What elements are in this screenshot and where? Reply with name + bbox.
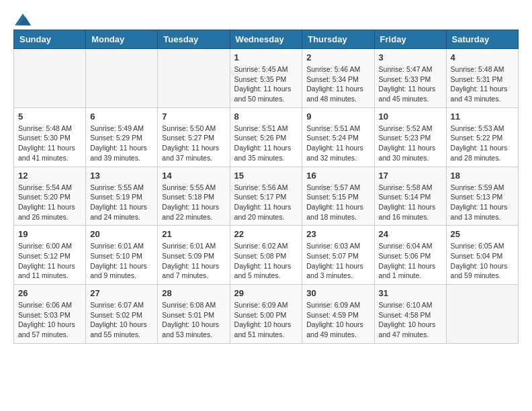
day-number: 21 <box>162 229 225 239</box>
day-number: 17 <box>379 171 442 181</box>
day-cell: 21Sunrise: 6:01 AMSunset: 5:09 PMDayligh… <box>158 226 230 285</box>
day-cell <box>86 49 158 108</box>
day-number: 14 <box>162 171 225 181</box>
day-info: Sunrise: 6:01 AMSunset: 5:10 PMDaylight:… <box>90 241 153 281</box>
day-info: Sunrise: 6:00 AMSunset: 5:12 PMDaylight:… <box>18 241 81 281</box>
day-info: Sunrise: 5:55 AMSunset: 5:18 PMDaylight:… <box>162 183 225 222</box>
day-number: 27 <box>90 288 153 298</box>
header-saturday: Saturday <box>446 30 518 49</box>
day-cell: 3Sunrise: 5:47 AMSunset: 5:33 PMDaylight… <box>374 49 446 108</box>
day-cell: 26Sunrise: 6:06 AMSunset: 5:03 PMDayligh… <box>14 285 86 344</box>
day-number: 26 <box>18 288 81 298</box>
logo <box>13 13 31 23</box>
day-cell: 20Sunrise: 6:01 AMSunset: 5:10 PMDayligh… <box>86 226 158 285</box>
day-info: Sunrise: 5:57 AMSunset: 5:15 PMDaylight:… <box>306 183 369 222</box>
day-cell: 15Sunrise: 5:56 AMSunset: 5:17 PMDayligh… <box>230 167 302 226</box>
day-cell: 12Sunrise: 5:54 AMSunset: 5:20 PMDayligh… <box>14 167 86 226</box>
day-cell: 29Sunrise: 6:09 AMSunset: 5:00 PMDayligh… <box>230 285 302 344</box>
logo-icon <box>15 13 31 26</box>
day-cell: 31Sunrise: 6:10 AMSunset: 4:58 PMDayligh… <box>374 285 446 344</box>
day-info: Sunrise: 6:01 AMSunset: 5:09 PMDaylight:… <box>162 241 225 281</box>
day-cell: 11Sunrise: 5:53 AMSunset: 5:22 PMDayligh… <box>446 107 518 167</box>
day-cell: 1Sunrise: 5:45 AMSunset: 5:35 PMDaylight… <box>230 49 302 108</box>
day-cell: 13Sunrise: 5:55 AMSunset: 5:19 PMDayligh… <box>86 167 158 226</box>
day-cell: 16Sunrise: 5:57 AMSunset: 5:15 PMDayligh… <box>302 167 374 226</box>
day-info: Sunrise: 5:54 AMSunset: 5:20 PMDaylight:… <box>18 183 81 222</box>
header-wednesday: Wednesday <box>230 30 302 49</box>
day-info: Sunrise: 5:46 AMSunset: 5:34 PMDaylight:… <box>306 64 369 104</box>
day-cell: 23Sunrise: 6:03 AMSunset: 5:07 PMDayligh… <box>302 226 374 285</box>
week-row-5: 26Sunrise: 6:06 AMSunset: 5:03 PMDayligh… <box>14 285 519 344</box>
day-number: 2 <box>306 52 369 62</box>
day-number: 30 <box>306 288 369 298</box>
week-row-2: 5Sunrise: 5:48 AMSunset: 5:30 PMDaylight… <box>14 107 519 167</box>
day-number: 29 <box>234 288 298 298</box>
day-info: Sunrise: 6:09 AMSunset: 5:00 PMDaylight:… <box>234 300 298 340</box>
day-cell: 30Sunrise: 6:09 AMSunset: 4:59 PMDayligh… <box>302 285 374 344</box>
day-info: Sunrise: 6:10 AMSunset: 4:58 PMDaylight:… <box>379 300 442 340</box>
day-cell: 7Sunrise: 5:50 AMSunset: 5:27 PMDaylight… <box>158 107 230 167</box>
header-thursday: Thursday <box>302 30 374 49</box>
day-number: 23 <box>306 229 369 239</box>
day-cell: 22Sunrise: 6:02 AMSunset: 5:08 PMDayligh… <box>230 226 302 285</box>
day-cell: 2Sunrise: 5:46 AMSunset: 5:34 PMDaylight… <box>302 49 374 108</box>
day-cell: 10Sunrise: 5:52 AMSunset: 5:23 PMDayligh… <box>374 107 446 167</box>
day-info: Sunrise: 5:48 AMSunset: 5:31 PMDaylight:… <box>451 64 514 104</box>
day-number: 6 <box>90 111 153 122</box>
page-header <box>13 13 519 23</box>
day-number: 15 <box>234 171 298 181</box>
day-cell <box>158 49 230 108</box>
day-number: 10 <box>379 111 442 122</box>
week-row-4: 19Sunrise: 6:00 AMSunset: 5:12 PMDayligh… <box>14 226 519 285</box>
day-info: Sunrise: 5:45 AMSunset: 5:35 PMDaylight:… <box>234 64 298 104</box>
day-cell: 4Sunrise: 5:48 AMSunset: 5:31 PMDaylight… <box>446 49 518 108</box>
day-cell: 28Sunrise: 6:08 AMSunset: 5:01 PMDayligh… <box>158 285 230 344</box>
day-cell <box>14 49 86 108</box>
day-number: 12 <box>18 171 81 181</box>
day-number: 25 <box>451 229 514 239</box>
day-info: Sunrise: 5:52 AMSunset: 5:23 PMDaylight:… <box>379 124 442 163</box>
day-number: 7 <box>162 111 225 122</box>
day-number: 11 <box>451 111 514 122</box>
day-cell: 14Sunrise: 5:55 AMSunset: 5:18 PMDayligh… <box>158 167 230 226</box>
day-number: 16 <box>306 171 369 181</box>
day-number: 19 <box>18 229 81 239</box>
day-info: Sunrise: 6:09 AMSunset: 4:59 PMDaylight:… <box>306 300 369 340</box>
day-info: Sunrise: 5:58 AMSunset: 5:14 PMDaylight:… <box>379 183 442 222</box>
day-number: 4 <box>451 52 514 62</box>
day-cell: 25Sunrise: 6:05 AMSunset: 5:04 PMDayligh… <box>446 226 518 285</box>
day-info: Sunrise: 6:05 AMSunset: 5:04 PMDaylight:… <box>451 241 514 281</box>
day-info: Sunrise: 5:49 AMSunset: 5:29 PMDaylight:… <box>90 124 153 163</box>
header-sunday: Sunday <box>14 30 86 49</box>
day-info: Sunrise: 5:50 AMSunset: 5:27 PMDaylight:… <box>162 124 225 163</box>
week-row-3: 12Sunrise: 5:54 AMSunset: 5:20 PMDayligh… <box>14 167 519 226</box>
day-cell: 27Sunrise: 6:07 AMSunset: 5:02 PMDayligh… <box>86 285 158 344</box>
day-number: 31 <box>379 288 442 298</box>
day-info: Sunrise: 5:51 AMSunset: 5:24 PMDaylight:… <box>306 124 369 163</box>
day-cell: 17Sunrise: 5:58 AMSunset: 5:14 PMDayligh… <box>374 167 446 226</box>
day-info: Sunrise: 5:53 AMSunset: 5:22 PMDaylight:… <box>451 124 514 163</box>
day-info: Sunrise: 6:02 AMSunset: 5:08 PMDaylight:… <box>234 241 298 281</box>
day-info: Sunrise: 6:07 AMSunset: 5:02 PMDaylight:… <box>90 300 153 340</box>
day-cell: 8Sunrise: 5:51 AMSunset: 5:26 PMDaylight… <box>230 107 302 167</box>
day-number: 22 <box>234 229 298 239</box>
day-number: 24 <box>379 229 442 239</box>
day-info: Sunrise: 6:03 AMSunset: 5:07 PMDaylight:… <box>306 241 369 281</box>
day-info: Sunrise: 5:55 AMSunset: 5:19 PMDaylight:… <box>90 183 153 222</box>
day-number: 13 <box>90 171 153 181</box>
calendar: SundayMondayTuesdayWednesdayThursdayFrid… <box>13 30 519 344</box>
day-cell: 18Sunrise: 5:59 AMSunset: 5:13 PMDayligh… <box>446 167 518 226</box>
day-info: Sunrise: 5:47 AMSunset: 5:33 PMDaylight:… <box>379 64 442 104</box>
day-info: Sunrise: 5:59 AMSunset: 5:13 PMDaylight:… <box>451 183 514 222</box>
week-row-1: 1Sunrise: 5:45 AMSunset: 5:35 PMDaylight… <box>14 49 519 108</box>
day-info: Sunrise: 6:06 AMSunset: 5:03 PMDaylight:… <box>18 300 81 340</box>
day-number: 20 <box>90 229 153 239</box>
header-tuesday: Tuesday <box>158 30 230 49</box>
day-number: 18 <box>451 171 514 181</box>
day-cell: 5Sunrise: 5:48 AMSunset: 5:30 PMDaylight… <box>14 107 86 167</box>
day-cell <box>446 285 518 344</box>
days-header-row: SundayMondayTuesdayWednesdayThursdayFrid… <box>14 30 519 49</box>
header-monday: Monday <box>86 30 158 49</box>
day-number: 8 <box>234 111 298 122</box>
day-number: 3 <box>379 52 442 62</box>
